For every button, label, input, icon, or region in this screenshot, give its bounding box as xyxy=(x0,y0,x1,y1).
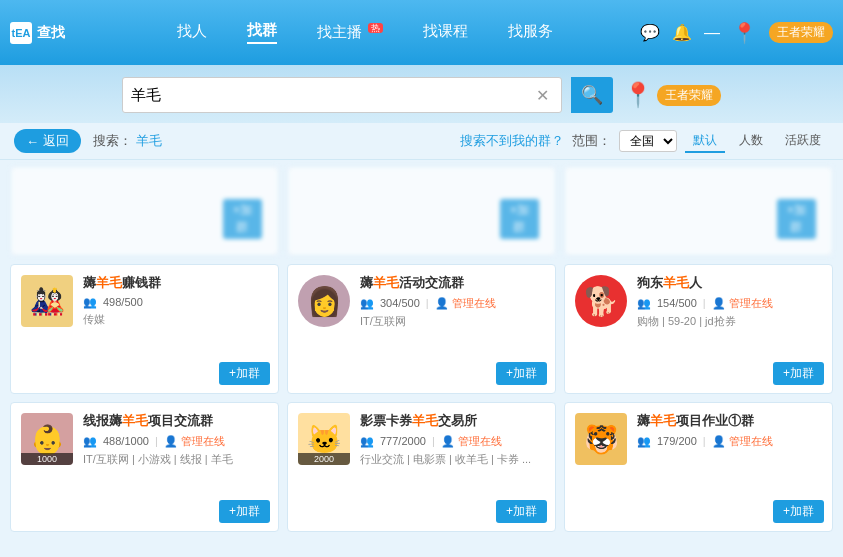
card-title-6: 薅羊毛项目作业①群 xyxy=(637,413,822,430)
back-arrow-icon: ← xyxy=(26,134,39,149)
topbar-right: 💬 🔔 — 📍 王者荣耀 xyxy=(640,21,833,45)
card-tags-2: IT/互联网 xyxy=(360,314,545,329)
card-title-2: 薅羊毛活动交流群 xyxy=(360,275,545,292)
group-card-5: 🐱 2000 影票卡券羊毛交易所 👥 777/2000 | 👤 管理在线 行业交… xyxy=(287,402,556,532)
card-info-6: 薅羊毛项目作业①群 👥 179/200 | 👤 管理在线 xyxy=(637,413,822,465)
search-label: 搜索： 羊毛 xyxy=(93,132,162,150)
sort-tab-default[interactable]: 默认 xyxy=(685,130,725,153)
card-top-1: 🎎 薅羊毛赚钱群 👥 498/500 传媒 xyxy=(21,275,268,327)
cards-row-2: 👶 1000 线报薅羊毛项目交流群 👥 488/1000 | 👤 管理在线 IT… xyxy=(10,402,833,532)
cards-row-1: 🎎 薅羊毛赚钱群 👥 498/500 传媒 +加群 xyxy=(10,264,833,394)
member-count-4: 488/1000 xyxy=(103,435,149,447)
filter-bar: ← 返回 搜索： 羊毛 搜索不到我的群？ 范围： 全国 本地 默认 人数 活跃度 xyxy=(0,123,843,160)
add-group-btn-2[interactable]: +加群 xyxy=(496,362,547,385)
add-group-btn-5[interactable]: +加群 xyxy=(496,500,547,523)
group-avatar-3: 🐕 xyxy=(575,275,627,327)
message-icon[interactable]: 💬 xyxy=(640,23,660,42)
location-big-icon: 📍 xyxy=(623,81,653,109)
search-button[interactable]: 🔍 xyxy=(571,77,613,113)
minimize-icon[interactable]: — xyxy=(704,24,720,42)
back-label: 返回 xyxy=(43,132,69,150)
card-tags-3: 购物 | 59-20 | jd抢券 xyxy=(637,314,822,329)
card-meta-2: 👥 304/500 | 👤 管理在线 xyxy=(360,296,545,311)
group-avatar-6: 🐯 xyxy=(575,413,627,465)
search-location: 📍 王者荣耀 xyxy=(623,81,721,109)
app-name: 查找 xyxy=(37,24,65,42)
cards-row-placeholder: +加群 +加群 +加群 xyxy=(10,166,833,256)
group-card-2: 👩 薅羊毛活动交流群 👥 304/500 | 👤 管理在线 IT/互联网 +加群 xyxy=(287,264,556,394)
member-count-5: 777/2000 xyxy=(380,435,426,447)
search-input[interactable] xyxy=(131,87,536,104)
top-nav: 找人 找群 找主播 热 找课程 找服务 xyxy=(90,21,640,44)
avatar-badge-4: 1000 xyxy=(21,453,73,465)
nav-find-people[interactable]: 找人 xyxy=(177,22,207,43)
add-group-btn-p1[interactable]: +加群 xyxy=(223,199,262,239)
card-info-1: 薅羊毛赚钱群 👥 498/500 传媒 xyxy=(83,275,268,327)
placeholder-card-3: +加群 xyxy=(564,166,833,256)
add-group-btn-1[interactable]: +加群 xyxy=(219,362,270,385)
sort-tab-activity[interactable]: 活跃度 xyxy=(777,130,829,153)
group-card-4: 👶 1000 线报薅羊毛项目交流群 👥 488/1000 | 👤 管理在线 IT… xyxy=(10,402,279,532)
range-select[interactable]: 全国 本地 xyxy=(619,130,677,152)
cards-container: +加群 +加群 +加群 🎎 薅羊毛赚钱群 xyxy=(0,160,843,554)
hot-badge: 热 xyxy=(368,23,383,33)
member-count-3: 154/500 xyxy=(657,297,697,309)
card-top-2: 👩 薅羊毛活动交流群 👥 304/500 | 👤 管理在线 IT/互联网 xyxy=(298,275,545,329)
search-bar: ✕ xyxy=(122,77,562,113)
sort-tab-members[interactable]: 人数 xyxy=(731,130,771,153)
card-info-4: 线报薅羊毛项目交流群 👥 488/1000 | 👤 管理在线 IT/互联网 | … xyxy=(83,413,268,467)
card-meta-1: 👥 498/500 xyxy=(83,296,268,309)
back-button[interactable]: ← 返回 xyxy=(14,129,81,153)
group-card-3: 🐕 狗东羊毛人 👥 154/500 | 👤 管理在线 购物 | 59-20 | … xyxy=(564,264,833,394)
card-tags-4: IT/互联网 | 小游戏 | 线报 | 羊毛 xyxy=(83,452,268,467)
search-keyword: 羊毛 xyxy=(136,133,162,148)
sort-tabs: 默认 人数 活跃度 xyxy=(685,130,829,153)
card-meta-4: 👥 488/1000 | 👤 管理在线 xyxy=(83,434,268,449)
not-found-link[interactable]: 搜索不到我的群？ xyxy=(460,132,564,150)
card-info-3: 狗东羊毛人 👥 154/500 | 👤 管理在线 购物 | 59-20 | jd… xyxy=(637,275,822,329)
member-count-1: 498/500 xyxy=(103,296,143,308)
user-badge[interactable]: 王者荣耀 xyxy=(769,22,833,43)
placeholder-card-1: +加群 xyxy=(10,166,279,256)
card-info-5: 影票卡券羊毛交易所 👥 777/2000 | 👤 管理在线 行业交流 | 电影票… xyxy=(360,413,545,467)
range-label: 范围： xyxy=(572,132,611,150)
add-group-btn-4[interactable]: +加群 xyxy=(219,500,270,523)
add-group-btn-6[interactable]: +加群 xyxy=(773,500,824,523)
user-badge-2[interactable]: 王者荣耀 xyxy=(657,85,721,106)
card-meta-6: 👥 179/200 | 👤 管理在线 xyxy=(637,434,822,449)
add-group-btn-p2[interactable]: +加群 xyxy=(500,199,539,239)
placeholder-card-2: +加群 xyxy=(287,166,556,256)
nav-find-course[interactable]: 找课程 xyxy=(423,22,468,43)
card-tags-1: 传媒 xyxy=(83,312,268,327)
card-meta-5: 👥 777/2000 | 👤 管理在线 xyxy=(360,434,545,449)
admin-online-4: 👤 管理在线 xyxy=(164,434,225,449)
group-avatar-4: 👶 1000 xyxy=(21,413,73,465)
nav-find-streamer[interactable]: 找主播 热 xyxy=(317,22,383,44)
group-avatar-2: 👩 xyxy=(298,275,350,327)
filter-right: 搜索不到我的群？ 范围： 全国 本地 默认 人数 活跃度 xyxy=(460,130,829,153)
topbar: tEA 查找 找人 找群 找主播 热 找课程 找服务 💬 🔔 — 📍 王者荣耀 xyxy=(0,0,843,65)
admin-online-2: 👤 管理在线 xyxy=(435,296,496,311)
card-title-1: 薅羊毛赚钱群 xyxy=(83,275,268,292)
group-card-1: 🎎 薅羊毛赚钱群 👥 498/500 传媒 +加群 xyxy=(10,264,279,394)
admin-online-3: 👤 管理在线 xyxy=(712,296,773,311)
search-clear-icon[interactable]: ✕ xyxy=(536,86,549,105)
nav-find-service[interactable]: 找服务 xyxy=(508,22,553,43)
location-icon: 📍 xyxy=(732,21,757,45)
admin-online-5: 👤 管理在线 xyxy=(441,434,502,449)
add-group-btn-3[interactable]: +加群 xyxy=(773,362,824,385)
member-count-2: 304/500 xyxy=(380,297,420,309)
card-top-3: 🐕 狗东羊毛人 👥 154/500 | 👤 管理在线 购物 | 59-20 | … xyxy=(575,275,822,329)
bell-icon[interactable]: 🔔 xyxy=(672,23,692,42)
card-info-2: 薅羊毛活动交流群 👥 304/500 | 👤 管理在线 IT/互联网 xyxy=(360,275,545,329)
card-title-5: 影票卡券羊毛交易所 xyxy=(360,413,545,430)
nav-find-group[interactable]: 找群 xyxy=(247,21,277,44)
card-meta-3: 👥 154/500 | 👤 管理在线 xyxy=(637,296,822,311)
add-group-btn-p3[interactable]: +加群 xyxy=(777,199,816,239)
logo-icon: tEA xyxy=(10,22,32,44)
card-top-4: 👶 1000 线报薅羊毛项目交流群 👥 488/1000 | 👤 管理在线 IT… xyxy=(21,413,268,467)
card-top-6: 🐯 薅羊毛项目作业①群 👥 179/200 | 👤 管理在线 xyxy=(575,413,822,465)
group-card-6: 🐯 薅羊毛项目作业①群 👥 179/200 | 👤 管理在线 +加群 xyxy=(564,402,833,532)
group-avatar-5: 🐱 2000 xyxy=(298,413,350,465)
member-count-6: 179/200 xyxy=(657,435,697,447)
